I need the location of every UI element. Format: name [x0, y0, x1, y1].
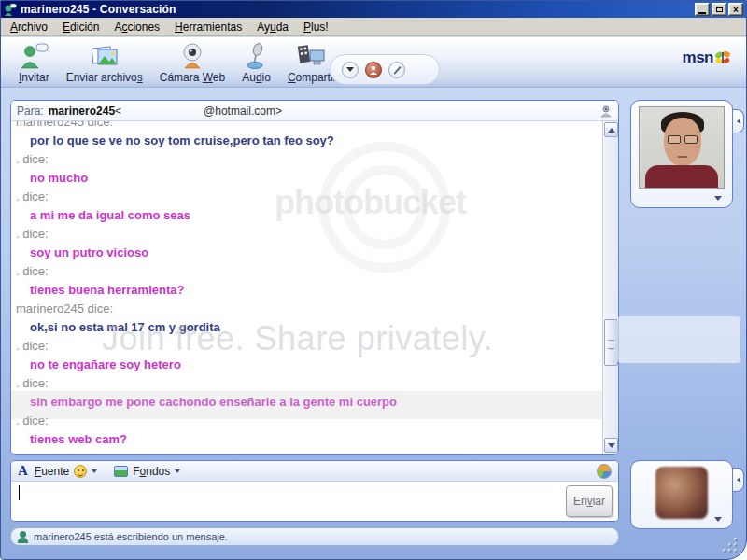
send-files-button[interactable]: Enviar archivos — [58, 41, 151, 85]
arrow-left-icon — [737, 477, 740, 483]
chat-scrollbar[interactable] — [602, 121, 618, 454]
quick-actions-plate — [330, 54, 440, 85]
close-button[interactable]: × — [728, 3, 743, 16]
menu-archivo[interactable]: Archivo — [3, 19, 55, 35]
audio-button[interactable]: Audio — [233, 41, 279, 85]
send-files-icon — [89, 42, 120, 70]
recipient-name: marinero245 — [49, 105, 115, 118]
messenger-app-icon — [4, 3, 17, 16]
menu-plus[interactable]: Plus! — [296, 19, 336, 35]
menu-acciones[interactable]: Acciones — [106, 19, 167, 35]
restore-icon — [716, 7, 723, 12]
font-button[interactable]: Fuente — [35, 465, 69, 478]
message-text: tienes web cam? — [16, 430, 618, 449]
message-sender: marinero245 dice: — [16, 300, 618, 318]
remote-picture-tab[interactable] — [733, 109, 744, 133]
webcam-invite-icon[interactable] — [599, 105, 613, 118]
chevron-down-icon — [346, 67, 354, 72]
scroll-down-button[interactable] — [604, 438, 618, 453]
own-display-picture — [655, 467, 708, 519]
message-sender: . dice: — [16, 188, 618, 206]
menu-herramientas[interactable]: Herramientas — [167, 19, 249, 35]
message-sender: . dice: — [16, 225, 618, 244]
backgrounds-icon — [114, 466, 128, 477]
menu-ayuda[interactable]: Ayuda — [249, 19, 296, 35]
backgrounds-button[interactable]: Fondos — [133, 465, 170, 478]
invite-label: Invitar — [19, 71, 49, 84]
own-picture-tab[interactable] — [733, 468, 744, 492]
own-display-picture-frame — [630, 460, 733, 529]
scrollbar-thumb[interactable] — [604, 319, 618, 366]
block-user-button[interactable] — [365, 62, 382, 78]
emoticon-dropdown-arrow[interactable] — [92, 469, 97, 473]
msn-butterfly-icon — [714, 50, 731, 65]
arrow-left-icon — [737, 119, 740, 124]
arrow-down-icon — [608, 443, 615, 448]
format-bar: A Fuente Fondos — [11, 461, 618, 482]
picture-options-chevron-icon[interactable] — [714, 196, 722, 201]
message-sender: . dice: — [16, 337, 618, 356]
message-text: tienes buena herramienta? — [16, 281, 618, 300]
block-user-icon — [369, 65, 378, 75]
message-sender: marinero245 dice: — [16, 121, 618, 132]
pen-icon — [392, 64, 402, 75]
handwrite-button[interactable] — [388, 62, 405, 78]
window-title: marinero245 - Conversación — [21, 3, 176, 16]
message-sender: . dice: — [16, 150, 618, 169]
msn-logo: msn — [683, 49, 731, 67]
message-input[interactable]: Enviar — [11, 482, 618, 522]
recipient-bracket: < — [115, 105, 121, 118]
portrait-shirt — [645, 165, 718, 188]
remote-display-picture-frame — [630, 100, 733, 208]
typing-person-icon — [18, 531, 29, 543]
message-text: no te engañare soy hetero — [16, 356, 618, 374]
send-files-label: Enviar archivos — [66, 71, 143, 84]
remote-webcam-picture — [639, 106, 725, 189]
title-bar[interactable]: marinero245 - Conversación × — [1, 1, 746, 18]
status-text: marinero245 está escribiendo un mensaje. — [34, 531, 228, 542]
message-list: marinero245 dice:por lo que se ve no soy… — [16, 121, 618, 449]
message-sender: . dice: — [16, 262, 618, 281]
portrait-glasses — [666, 135, 699, 144]
arrow-up-icon — [608, 128, 615, 133]
message-text: a mi me da igual como seas — [16, 206, 618, 225]
message-sender: . dice: — [16, 412, 618, 430]
conversation-window: marinero245 - Conversación × Archivo Edi… — [0, 0, 747, 560]
invite-person-icon — [19, 42, 49, 70]
emoticon-icon[interactable] — [74, 465, 87, 478]
message-sender: . dice: — [16, 374, 618, 393]
text-caret — [19, 485, 20, 500]
expand-actions-button[interactable] — [342, 62, 359, 78]
font-a-icon: A — [18, 463, 28, 479]
backgrounds-dropdown-arrow[interactable] — [175, 469, 180, 473]
message-text: sin embargo me pone cachondo enseñarle a… — [16, 393, 618, 412]
message-text: por lo que se ve no soy tom cruise,pero … — [16, 132, 618, 150]
menu-bar: Archivo Edición Acciones Herramientas Ay… — [1, 18, 746, 36]
message-text: ok,si no esta mal 17 cm y gordita — [16, 318, 618, 337]
recipient-bar: Para: marinero245 < @hotmail.com> — [11, 101, 618, 121]
minimize-button[interactable] — [695, 3, 710, 16]
watermark-band — [617, 316, 740, 363]
globe-icon[interactable] — [597, 464, 612, 479]
chat-panel: Para: marinero245 < @hotmail.com> photob… — [10, 100, 619, 455]
share-icon — [296, 42, 328, 70]
webcam-label: Cámara Web — [160, 71, 225, 84]
scroll-up-button[interactable] — [604, 122, 618, 137]
own-picture-options-chevron-icon[interactable] — [714, 517, 722, 522]
minimize-icon — [698, 12, 706, 14]
audio-label: Audio — [242, 71, 271, 84]
menu-edicion[interactable]: Edición — [55, 19, 106, 35]
webcam-button[interactable]: Cámara Web — [151, 41, 233, 85]
para-label: Para: — [17, 105, 44, 118]
invite-button[interactable]: Invitar — [10, 41, 58, 85]
status-bar: marinero245 está escribiendo un mensaje. — [10, 527, 619, 546]
restore-button[interactable] — [712, 3, 726, 16]
portrait-mouth — [678, 156, 687, 158]
send-button[interactable]: Enviar — [566, 485, 613, 517]
recipient-domain: @hotmail.com> — [204, 105, 282, 118]
chat-history[interactable]: photobucket marinero245 dice:por lo que … — [11, 121, 618, 454]
message-text: no mucho — [16, 169, 618, 188]
resize-grip[interactable] — [719, 538, 738, 553]
message-text: soy un putro vicioso — [16, 244, 618, 262]
microphone-icon — [243, 42, 271, 70]
